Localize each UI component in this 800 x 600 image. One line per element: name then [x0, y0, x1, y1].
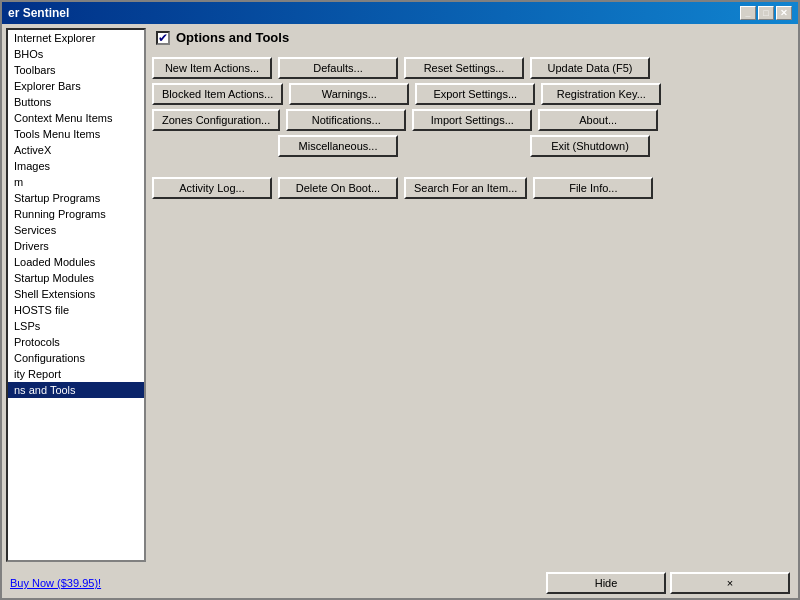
section-header: ✔ Options and Tools — [152, 28, 792, 47]
section-title: Options and Tools — [176, 30, 289, 45]
warnings-button[interactable]: Warnings... — [289, 83, 409, 105]
file-info-button[interactable]: File Info... — [533, 177, 653, 199]
sidebar-item-tools-menu-items[interactable]: Tools Menu Items — [8, 126, 144, 142]
title-bar-controls: _ □ ✕ — [740, 6, 792, 20]
sidebar-item-ity-report[interactable]: ity Report — [8, 366, 144, 382]
defaults-button[interactable]: Defaults... — [278, 57, 398, 79]
sidebar-item-configurations[interactable]: Configurations — [8, 350, 144, 366]
activity-log-button[interactable]: Activity Log... — [152, 177, 272, 199]
sidebar-item-bhos[interactable]: BHOs — [8, 46, 144, 62]
sidebar-item-m[interactable]: m — [8, 174, 144, 190]
notifications-button[interactable]: Notifications... — [286, 109, 406, 131]
button-row-0: New Item Actions...Defaults...Reset Sett… — [152, 57, 792, 79]
hide-button[interactable]: Hide — [546, 572, 666, 594]
sidebar-item-explorer-bars[interactable]: Explorer Bars — [8, 78, 144, 94]
minimize-button[interactable]: _ — [740, 6, 756, 20]
bottom-buttons: Hide × — [546, 572, 790, 594]
spacer-empty2 — [404, 135, 524, 157]
content-area: Internet ExplorerBHOsToolbarsExplorer Ba… — [2, 24, 798, 566]
main-panel: ✔ Options and Tools New Item Actions...D… — [146, 24, 798, 566]
options-checkbox[interactable]: ✔ — [156, 31, 170, 45]
sidebar-item-buttons[interactable]: Buttons — [8, 94, 144, 110]
blocked-item-actions-button[interactable]: Blocked Item Actions... — [152, 83, 283, 105]
button-row-3: Miscellaneous...Exit (Shutdown) — [152, 135, 792, 157]
sidebar-item-ns-and-tools[interactable]: ns and Tools — [8, 382, 144, 398]
button-row-2: Zones Configuration...Notifications...Im… — [152, 109, 792, 131]
button-row-1: Blocked Item Actions...Warnings...Export… — [152, 83, 792, 105]
buttons-grid: New Item Actions...Defaults...Reset Sett… — [152, 57, 792, 157]
title-bar-text: er Sentinel — [8, 6, 69, 20]
sidebar-item-services[interactable]: Services — [8, 222, 144, 238]
about-button[interactable]: About... — [538, 109, 658, 131]
action-row: Activity Log...Delete On Boot...Search F… — [152, 177, 792, 199]
exit-shutdown-button[interactable]: Exit (Shutdown) — [530, 135, 650, 157]
sidebar-item-toolbars[interactable]: Toolbars — [8, 62, 144, 78]
delete-on-boot-button[interactable]: Delete On Boot... — [278, 177, 398, 199]
sidebar: Internet ExplorerBHOsToolbarsExplorer Ba… — [6, 28, 146, 562]
sidebar-item-images[interactable]: Images — [8, 158, 144, 174]
sidebar-item-startup-programs[interactable]: Startup Programs — [8, 190, 144, 206]
export-settings-button[interactable]: Export Settings... — [415, 83, 535, 105]
reset-settings-button[interactable]: Reset Settings... — [404, 57, 524, 79]
sidebar-item-internet-explorer[interactable]: Internet Explorer — [8, 30, 144, 46]
new-item-actions-button[interactable]: New Item Actions... — [152, 57, 272, 79]
bottom-area: Buy Now ($39.95)! Hide × — [2, 568, 798, 598]
spacer-empty1 — [152, 135, 272, 157]
buy-link[interactable]: Buy Now ($39.95)! — [10, 577, 101, 589]
import-settings-button[interactable]: Import Settings... — [412, 109, 532, 131]
title-bar: er Sentinel _ □ ✕ — [2, 2, 798, 24]
sidebar-item-protocols[interactable]: Protocols — [8, 334, 144, 350]
sidebar-item-startup-modules[interactable]: Startup Modules — [8, 270, 144, 286]
registration-key-button[interactable]: Registration Key... — [541, 83, 661, 105]
sidebar-item-hosts-file[interactable]: HOSTS file — [8, 302, 144, 318]
sidebar-item-lsps[interactable]: LSPs — [8, 318, 144, 334]
sidebar-item-running-programs[interactable]: Running Programs — [8, 206, 144, 222]
close-button[interactable]: ✕ — [776, 6, 792, 20]
update-data-button[interactable]: Update Data (F5) — [530, 57, 650, 79]
miscellaneous-button[interactable]: Miscellaneous... — [278, 135, 398, 157]
sidebar-item-activex[interactable]: ActiveX — [8, 142, 144, 158]
sidebar-item-loaded-modules[interactable]: Loaded Modules — [8, 254, 144, 270]
sidebar-item-context-menu-items[interactable]: Context Menu Items — [8, 110, 144, 126]
search-for-item-button[interactable]: Search For an Item... — [404, 177, 527, 199]
sidebar-item-shell-extensions[interactable]: Shell Extensions — [8, 286, 144, 302]
maximize-button[interactable]: □ — [758, 6, 774, 20]
sidebar-item-drivers[interactable]: Drivers — [8, 238, 144, 254]
close-footer-button[interactable]: × — [670, 572, 790, 594]
zones-configuration-button[interactable]: Zones Configuration... — [152, 109, 280, 131]
main-window: er Sentinel _ □ ✕ Internet ExplorerBHOsT… — [0, 0, 800, 600]
